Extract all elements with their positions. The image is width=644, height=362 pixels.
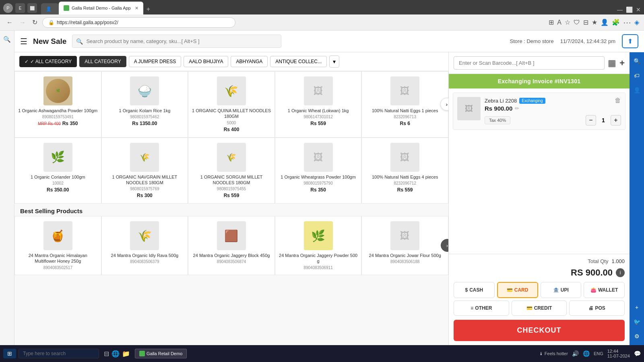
- barcode-scanner-icon[interactable]: ▦: [608, 58, 616, 68]
- right-sidebar-bird-icon[interactable]: 🐦: [631, 316, 642, 327]
- best-selling-card[interactable]: 🌿 24 Mantra Organic Jaggery Powder 500 g…: [275, 216, 362, 275]
- forward-button[interactable]: →: [18, 18, 27, 27]
- browser-tab-inactive[interactable]: 👤: [41, 3, 59, 14]
- profile-icon[interactable]: P: [3, 3, 13, 13]
- taskbar-view-icon[interactable]: ⊟: [104, 350, 109, 358]
- extension-icon[interactable]: E: [15, 3, 25, 13]
- products-row-2: 🌿 1 Organic Coriander 100gm 10002 Rs 350…: [14, 138, 448, 204]
- best-selling-card[interactable]: 🟫 24 Mantra Organic Jaggery Block 450g 8…: [188, 216, 275, 275]
- maximize-button[interactable]: ⬜: [626, 6, 633, 13]
- cart-item: 🖼 Zebra Li 2208 Exchanging 🗑: [453, 93, 625, 130]
- browser-tab-active[interactable]: Galla Retail Demo - Galla App ✕: [59, 2, 143, 14]
- close-tab-icon[interactable]: ✕: [135, 6, 138, 11]
- product-sku: 5000: [227, 121, 236, 125]
- product-img-icon: 🌾: [138, 229, 152, 243]
- product-name: 24 Mantra Organic Jaggery Block 450g: [193, 253, 270, 258]
- product-card[interactable]: 🖼 1 Organic Wheatgrass Powder 100gm 9808…: [275, 138, 362, 204]
- product-card[interactable]: 🌿 1 Organic Coriander 100gm 10002 Rs 350…: [14, 138, 101, 204]
- antique-collec-btn[interactable]: ANTIQUE COLLEC...: [270, 56, 327, 67]
- taskbar-browser-icon[interactable]: 🌐: [111, 350, 120, 358]
- product-image: 🍯: [43, 221, 72, 250]
- product-card[interactable]: 🌿 1 Organic Ashwagandha Powder 100gm 890…: [14, 71, 101, 138]
- all-category-btn[interactable]: ALL CATEGORY: [79, 56, 126, 67]
- extension-icon2[interactable]: ⬜: [27, 3, 37, 13]
- best-selling-card[interactable]: 🍯 24 Mantra Organic Himalayan Multiflowe…: [14, 216, 101, 275]
- more-icon[interactable]: ⋯: [623, 18, 631, 27]
- user-icon-browser[interactable]: 👤: [601, 19, 609, 26]
- cart-item-price: Rs 900.00: [485, 105, 512, 112]
- collection-icon[interactable]: ★: [592, 19, 597, 26]
- back-button[interactable]: ←: [5, 18, 14, 27]
- close-button[interactable]: ✕: [636, 6, 641, 13]
- translate-icon[interactable]: A: [557, 19, 561, 26]
- shield-icon[interactable]: 🛡: [574, 19, 580, 26]
- aalo-bhujiya-btn[interactable]: AALO BHUJIYA: [184, 56, 228, 67]
- new-tab-button[interactable]: +: [143, 4, 153, 14]
- add-item-icon[interactable]: +: [619, 58, 625, 68]
- taskbar-search[interactable]: [19, 349, 99, 358]
- grid-icon[interactable]: ⊞: [549, 19, 554, 26]
- cart-footer: Total Qty 1.000 RS 900.00 i $ CASH: [449, 254, 630, 345]
- wallet-button[interactable]: 👛 WALLET: [584, 282, 625, 298]
- sidebar-search-icon[interactable]: 🔍: [2, 34, 13, 45]
- star-icon[interactable]: ☆: [565, 19, 570, 26]
- other-button[interactable]: ≡ OTHER: [454, 300, 509, 316]
- taskbar-app-galla[interactable]: Galla Retail Demo: [135, 349, 187, 358]
- all-category-checked-btn[interactable]: ✓ ✓ ALL CATEGORY: [19, 56, 77, 67]
- product-card[interactable]: 🌾 1 ORGANIC NAVGRAIN MILLET NOODLES 180G…: [101, 138, 188, 204]
- upi-button[interactable]: 🏦 UPI: [541, 282, 582, 298]
- product-card[interactable]: 🍚 1 Organic Kolam Rice 1kg 9808015975462…: [101, 71, 188, 138]
- search-input[interactable]: [72, 35, 281, 48]
- product-sku: 8904083506379: [130, 259, 159, 264]
- qty-increase-btn[interactable]: +: [611, 115, 621, 125]
- hamburger-menu[interactable]: ☰: [20, 37, 27, 46]
- card-button[interactable]: 💳 CARD: [497, 282, 538, 298]
- cash-button[interactable]: $ CASH: [454, 282, 495, 298]
- taskbar-folder-icon[interactable]: 📁: [122, 350, 130, 358]
- product-name: 24 Mantra Organic Idly Rava 500g: [111, 253, 179, 258]
- product-image-placeholder: 🖼: [304, 143, 333, 172]
- right-sidebar-search-icon[interactable]: 🔍: [631, 56, 642, 67]
- split-icon[interactable]: ⊟: [583, 19, 588, 26]
- product-card[interactable]: 🖼 100% Natural Natti Eggs 1 pieces 82320…: [361, 71, 448, 138]
- product-img-placeholder: 🌿: [46, 79, 70, 103]
- best-selling-card[interactable]: 🌾 24 Mantra Organic Idly Rava 500g 89040…: [101, 216, 188, 275]
- credit-icon: 💳: [526, 305, 533, 311]
- right-sidebar-settings-icon[interactable]: ⚙: [631, 331, 642, 342]
- edge-icon[interactable]: ◈: [634, 19, 639, 26]
- total-row: Total Qty 1.000: [454, 258, 625, 264]
- delete-item-icon[interactable]: 🗑: [615, 97, 621, 104]
- best-selling-card[interactable]: 🖼 24 Mantra Organic Jowar Flour 500g 890…: [361, 216, 448, 275]
- checkout-button[interactable]: CHECKOUT: [454, 320, 625, 341]
- start-button[interactable]: ⊞: [3, 349, 16, 358]
- taskbar-network-icon[interactable]: 🌐: [583, 350, 590, 357]
- minimize-button[interactable]: —: [617, 6, 623, 13]
- taskbar-notification-icon[interactable]: 💬: [634, 350, 641, 357]
- upload-button[interactable]: ⬆: [622, 34, 638, 48]
- barcode-input[interactable]: [454, 56, 605, 70]
- abhyanga-btn[interactable]: ABHYANGA: [231, 56, 268, 67]
- right-sidebar-tag-icon[interactable]: 🏷: [631, 70, 642, 81]
- upload-icon: ⬆: [627, 37, 633, 45]
- product-card[interactable]: 🖼 100% Natural Natti Eggs 4 pieces 82320…: [361, 138, 448, 204]
- right-sidebar-user-icon[interactable]: 👤: [631, 84, 642, 96]
- taskbar-sound-icon[interactable]: 🔊: [572, 350, 579, 357]
- qty-decrease-btn[interactable]: −: [586, 115, 596, 125]
- edit-price-icon[interactable]: ✏: [515, 105, 519, 111]
- right-sidebar-plus-icon[interactable]: +: [631, 302, 642, 313]
- url-bar[interactable]: 🔒 https://retail.galla.app/posv2/: [42, 17, 235, 28]
- product-sku: 8904083506188: [390, 259, 419, 264]
- next-arrow-best-selling[interactable]: ›: [441, 239, 448, 252]
- reload-button[interactable]: ↻: [31, 18, 39, 27]
- extension-icon-nav[interactable]: 🧩: [612, 19, 620, 26]
- product-sku: 9808015975790: [303, 181, 332, 185]
- credit-button[interactable]: 💳 CREDIT: [512, 300, 567, 316]
- product-card[interactable]: 🖼 1 Organic Wheat (Lokwan) 1kg 980614730…: [275, 71, 362, 138]
- product-card[interactable]: 🌾 1 ORGANIC SORGUM MILLET NOODLES 180GM …: [188, 138, 275, 204]
- a-jumper-dress-btn[interactable]: A JUMPER DRESS: [129, 56, 182, 67]
- category-dropdown-btn[interactable]: ▾: [329, 56, 339, 68]
- pos-button[interactable]: 🖨 POS: [569, 300, 625, 316]
- product-card[interactable]: 🌾 1 ORGANIC QUINA MILLET NOODLES 180GM 5…: [188, 71, 275, 138]
- product-mrp: MRP Rs 400: [38, 121, 61, 126]
- info-icon[interactable]: i: [616, 268, 625, 277]
